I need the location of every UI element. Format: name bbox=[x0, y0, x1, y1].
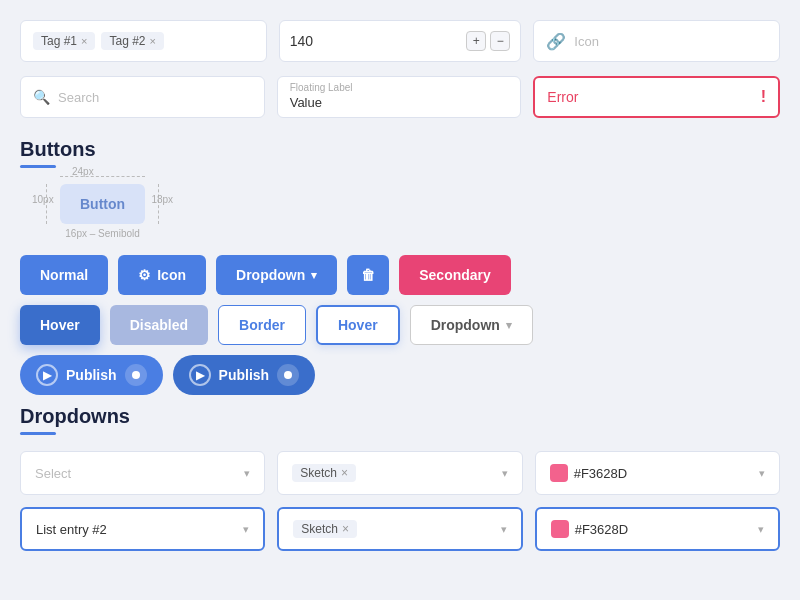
button-row-1: Normal ⚙ Icon Dropdown ▾ 🗑 Secondary bbox=[20, 255, 780, 295]
dashed-left-line bbox=[46, 184, 47, 224]
dropdown-color-value: #F3628D bbox=[550, 464, 627, 482]
publish-dot-1 bbox=[125, 364, 147, 386]
input-row-1: Tag #1 × Tag #2 × 140 + − 🔗 Icon bbox=[20, 20, 780, 62]
tag-2-close[interactable]: × bbox=[150, 35, 156, 47]
secondary-button[interactable]: Secondary bbox=[399, 255, 511, 295]
publish-circle-icon-2: ▶ bbox=[189, 364, 211, 386]
dropdown-chevron-icon: ▾ bbox=[506, 319, 512, 332]
buttons-title: Buttons bbox=[20, 138, 780, 161]
icon-placeholder: Icon bbox=[574, 34, 599, 49]
gear-icon: ⚙ bbox=[138, 267, 151, 283]
tags-input[interactable]: Tag #1 × Tag #2 × bbox=[20, 20, 267, 62]
button-row-2: Hover Disabled Border Hover Dropdown ▾ bbox=[20, 305, 780, 345]
publish-dot-2 bbox=[277, 364, 299, 386]
publish-button-2[interactable]: ▶ Publish bbox=[173, 355, 316, 395]
delete-button[interactable]: 🗑 bbox=[347, 255, 389, 295]
dropdown-grid: Select ▾ Sketch × ▾ #F3628D ▾ List entry… bbox=[20, 451, 780, 551]
tag-2[interactable]: Tag #2 × bbox=[101, 32, 163, 50]
number-input[interactable]: 140 + − bbox=[279, 20, 522, 62]
hover-button[interactable]: Hover bbox=[20, 305, 100, 345]
dropdown-chevron-icon-4: ▾ bbox=[243, 523, 249, 536]
link-icon: 🔗 bbox=[546, 32, 566, 51]
dropdown-color-active-value: #F3628D bbox=[551, 520, 628, 538]
dropdowns-divider bbox=[20, 432, 56, 435]
sketch-tag: Sketch × bbox=[292, 464, 356, 482]
tag-1-close[interactable]: × bbox=[81, 35, 87, 47]
publish-circle-icon-1: ▶ bbox=[36, 364, 58, 386]
border-dropdown-button[interactable]: Dropdown ▾ bbox=[410, 305, 533, 345]
search-icon: 🔍 bbox=[33, 89, 50, 105]
dropdown-list-entry[interactable]: List entry #2 ▾ bbox=[20, 507, 265, 551]
color-swatch-active bbox=[551, 520, 569, 538]
number-increment[interactable]: + bbox=[466, 31, 486, 51]
number-decrement[interactable]: − bbox=[490, 31, 510, 51]
dropdown-chevron-icon-2: ▾ bbox=[502, 467, 508, 480]
dropdown-color-active[interactable]: #F3628D ▾ bbox=[535, 507, 780, 551]
border-button[interactable]: Border bbox=[218, 305, 306, 345]
dropdowns-section: Dropdowns Select ▾ Sketch × ▾ #F3628D ▾ bbox=[20, 405, 780, 551]
floating-label-input[interactable]: Floating Label Value bbox=[277, 76, 522, 118]
icon-input[interactable]: 🔗 Icon bbox=[533, 20, 780, 62]
dropdown-chevron-icon-3: ▾ bbox=[759, 467, 765, 480]
floating-value: Value bbox=[290, 95, 509, 110]
annotation-18px: 18px bbox=[151, 194, 173, 205]
demo-button[interactable]: Button bbox=[60, 184, 145, 224]
dropdown-sketch-active-value: Sketch × bbox=[293, 520, 357, 538]
publish-button-1[interactable]: ▶ Publish bbox=[20, 355, 163, 395]
dropdown-chevron-icon-6: ▾ bbox=[758, 523, 764, 536]
dropdown-placeholder: Select bbox=[35, 466, 71, 481]
tag-close-icon[interactable]: × bbox=[341, 466, 348, 480]
disabled-button: Disabled bbox=[110, 305, 208, 345]
search-input[interactable]: 🔍 Search bbox=[20, 76, 265, 118]
dropdowns-title: Dropdowns bbox=[20, 405, 780, 428]
error-input[interactable]: Error ! bbox=[533, 76, 780, 118]
buttons-section: Buttons 24px 10px Button 18px 16px – Sem… bbox=[20, 138, 780, 395]
normal-button[interactable]: Normal bbox=[20, 255, 108, 295]
dashed-top-line bbox=[60, 176, 145, 177]
dropdown-list-value: List entry #2 bbox=[36, 522, 107, 537]
dropdown-sketch-active[interactable]: Sketch × ▾ bbox=[277, 507, 522, 551]
dropdown-chevron-icon: ▾ bbox=[244, 467, 250, 480]
dropdown-select[interactable]: Select ▾ bbox=[20, 451, 265, 495]
button-row-3: ▶ Publish ▶ Publish bbox=[20, 355, 780, 395]
error-text: Error bbox=[547, 89, 578, 105]
dropdown-sketch[interactable]: Sketch × ▾ bbox=[277, 451, 522, 495]
search-placeholder: Search bbox=[58, 90, 99, 105]
annotation-10px: 10px bbox=[32, 194, 54, 205]
number-value: 140 bbox=[290, 33, 459, 49]
number-controls: + − bbox=[466, 31, 510, 51]
annotation-bottom: 16px – Semibold bbox=[60, 228, 145, 239]
error-icon: ! bbox=[761, 88, 766, 106]
color-swatch bbox=[550, 464, 568, 482]
dropdown-button[interactable]: Dropdown ▾ bbox=[216, 255, 337, 295]
floating-label: Floating Label bbox=[290, 83, 509, 93]
tag-close-icon-2[interactable]: × bbox=[342, 522, 349, 536]
border-hover-button[interactable]: Hover bbox=[316, 305, 400, 345]
dropdown-sketch-value: Sketch × bbox=[292, 464, 356, 482]
input-row-2: 🔍 Search Floating Label Value Error ! bbox=[20, 76, 780, 118]
sketch-tag-active: Sketch × bbox=[293, 520, 357, 538]
dropdown-chevron-icon-5: ▾ bbox=[501, 523, 507, 536]
icon-button[interactable]: ⚙ Icon bbox=[118, 255, 206, 295]
button-demo-area: 24px 10px Button 18px 16px – Semibold bbox=[60, 184, 145, 239]
tag-1[interactable]: Tag #1 × bbox=[33, 32, 95, 50]
dropdown-color[interactable]: #F3628D ▾ bbox=[535, 451, 780, 495]
chevron-down-icon: ▾ bbox=[311, 269, 317, 282]
buttons-divider bbox=[20, 165, 56, 168]
trash-icon: 🗑 bbox=[361, 267, 375, 283]
